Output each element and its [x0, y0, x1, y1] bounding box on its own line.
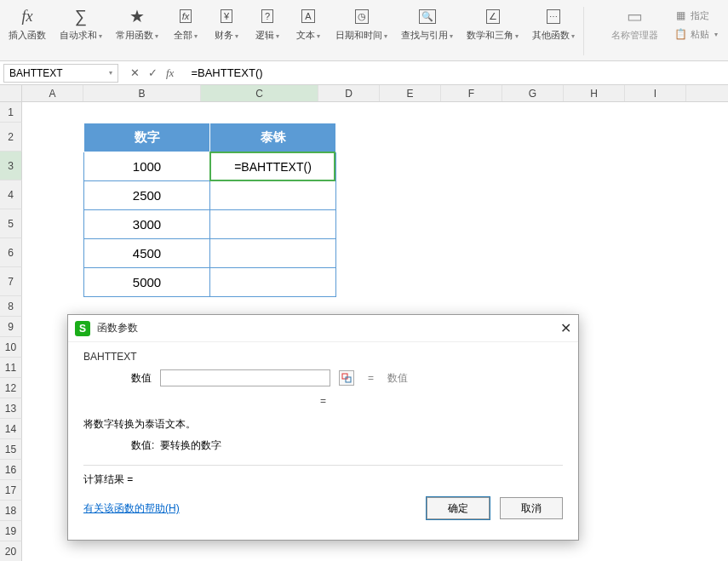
col-header[interactable]: G	[502, 85, 564, 101]
dialog-function-name: BAHTTEXT	[83, 351, 563, 363]
row-header[interactable]: 16	[0, 460, 22, 480]
row-header[interactable]: 5	[0, 209, 22, 238]
table-cell[interactable]	[210, 210, 336, 239]
row-header[interactable]: 12	[0, 378, 22, 398]
star-fx-icon: ★	[126, 5, 148, 27]
assign-icon: ▦	[674, 9, 687, 22]
calc-result-label: 计算结果 =	[83, 472, 563, 487]
ellipsis-box-icon: ⋯	[542, 5, 565, 27]
svg-rect-1	[346, 377, 351, 382]
common-functions-button[interactable]: ★ 常用函数▾	[109, 3, 165, 59]
right-stack: ▦指定 📋粘贴▾	[665, 3, 726, 59]
table-cell[interactable]: 1000	[84, 152, 210, 181]
accept-formula-icon[interactable]: ✓	[148, 66, 158, 79]
close-icon[interactable]: ✕	[560, 320, 571, 336]
row-header[interactable]: 14	[0, 419, 22, 439]
param-label: 数值	[118, 371, 152, 386]
name-box[interactable]: BAHTTEXT ▾	[3, 64, 118, 83]
table-cell[interactable]	[210, 239, 336, 268]
table-cell-active[interactable]: =BAHTTEXT()	[210, 152, 336, 181]
text-button[interactable]: A 文本▾	[288, 3, 329, 59]
col-header[interactable]: H	[564, 85, 625, 101]
function-description: 将数字转换为泰语文本。	[83, 417, 563, 432]
row-header[interactable]: 17	[0, 480, 22, 501]
row-header[interactable]: 1	[0, 102, 22, 123]
other-functions-button[interactable]: ⋯ 其他函数▾	[525, 3, 582, 59]
param-preview: 数值	[387, 371, 408, 386]
row-header[interactable]: 10	[0, 337, 22, 358]
table-cell[interactable]: 4500	[84, 239, 210, 268]
select-all-corner[interactable]	[0, 85, 22, 101]
row-header[interactable]: 13	[0, 398, 22, 419]
row-header[interactable]: 3	[0, 152, 22, 180]
help-link[interactable]: 有关该函数的帮助(H)	[83, 501, 180, 516]
table-header: 数字	[84, 123, 210, 152]
assign-button[interactable]: ▦指定	[670, 7, 721, 24]
row-header[interactable]: 8	[0, 296, 22, 317]
equals-sign: =	[368, 372, 374, 384]
autosum-button[interactable]: ∑ 自动求和▾	[53, 3, 109, 59]
name-box-value: BAHTTEXT	[9, 67, 63, 79]
datetime-button[interactable]: ◷ 日期和时间▾	[329, 3, 394, 59]
math-button[interactable]: ∠ 数学和三角▾	[460, 3, 525, 59]
table-header: 泰铢	[210, 123, 336, 152]
row-header[interactable]: 9	[0, 317, 22, 337]
fx-box-icon: fx	[175, 5, 197, 27]
name-manager-button[interactable]: ▭ 名称管理器	[605, 3, 665, 59]
app-logo-icon: S	[75, 321, 90, 336]
insert-function-button[interactable]: fx 插入函数	[2, 3, 53, 59]
row-header[interactable]: 11	[0, 358, 22, 378]
question-icon: ?	[256, 5, 278, 27]
ribbon-toolbar: fx 插入函数 ∑ 自动求和▾ ★ 常用函数▾ fx 全部▾ ¥ 财务▾ ? 逻…	[0, 0, 728, 61]
paste-icon: 📋	[674, 27, 687, 41]
toolbar-separator	[583, 7, 584, 55]
col-header[interactable]: D	[318, 85, 380, 101]
col-header[interactable]: I	[625, 85, 686, 101]
row-header[interactable]: 7	[0, 267, 22, 296]
fx-formula-icon[interactable]: fx	[166, 66, 174, 80]
table-cell[interactable]: 5000	[84, 268, 210, 297]
cancel-button[interactable]: 取消	[500, 497, 563, 519]
table-cell[interactable]	[210, 181, 336, 210]
function-arguments-dialog: S 函数参数 ✕ BAHTTEXT 数值 = 数值 = 将数字转换为泰语文本。 …	[67, 314, 579, 541]
tag-icon: ▭	[624, 5, 646, 27]
sigma-icon: ∑	[70, 5, 92, 27]
logic-button[interactable]: ? 逻辑▾	[247, 3, 288, 59]
formula-input[interactable]	[186, 64, 728, 83]
row-header[interactable]: 18	[0, 501, 22, 521]
col-header[interactable]: F	[441, 85, 502, 101]
fx-icon: fx	[16, 5, 38, 27]
row-header[interactable]: 6	[0, 238, 22, 267]
row-header[interactable]: 19	[0, 521, 22, 541]
table-cell[interactable]: 3000	[84, 210, 210, 239]
svg-rect-0	[342, 374, 347, 379]
table-cell[interactable]: 2500	[84, 181, 210, 210]
ok-button[interactable]: 确定	[427, 497, 490, 519]
financial-button[interactable]: ¥ 财务▾	[206, 3, 247, 59]
search-doc-icon: 🔍	[416, 5, 439, 27]
param-description: 数值: 要转换的数字	[131, 438, 563, 453]
row-header[interactable]: 20	[0, 541, 22, 561]
lookup-button[interactable]: 🔍 查找与引用▾	[394, 3, 460, 59]
angle-icon: ∠	[482, 5, 504, 27]
range-picker-icon[interactable]	[339, 370, 354, 386]
cancel-formula-icon[interactable]: ✕	[130, 66, 140, 79]
yen-icon: ¥	[215, 5, 238, 27]
data-table: 数字 泰铢 1000=BAHTTEXT() 2500 3000 4500 500…	[83, 123, 336, 297]
all-functions-button[interactable]: fx 全部▾	[165, 3, 206, 59]
col-header[interactable]: E	[380, 85, 441, 101]
row-header[interactable]: 4	[0, 180, 22, 209]
row-header[interactable]: 15	[0, 439, 22, 460]
col-header[interactable]: C	[201, 85, 318, 101]
param-input[interactable]	[160, 369, 330, 386]
col-header[interactable]: A	[22, 85, 83, 101]
text-a-icon: A	[297, 5, 319, 27]
table-cell[interactable]	[210, 268, 336, 297]
dialog-title: 函数参数	[97, 321, 138, 335]
formula-bar: BAHTTEXT ▾ ✕ ✓ fx	[0, 61, 728, 85]
clock-icon: ◷	[351, 5, 373, 27]
chevron-down-icon[interactable]: ▾	[109, 69, 112, 77]
row-header[interactable]: 2	[0, 123, 22, 152]
paste-button[interactable]: 📋粘贴▾	[670, 26, 721, 43]
col-header[interactable]: B	[83, 85, 201, 101]
